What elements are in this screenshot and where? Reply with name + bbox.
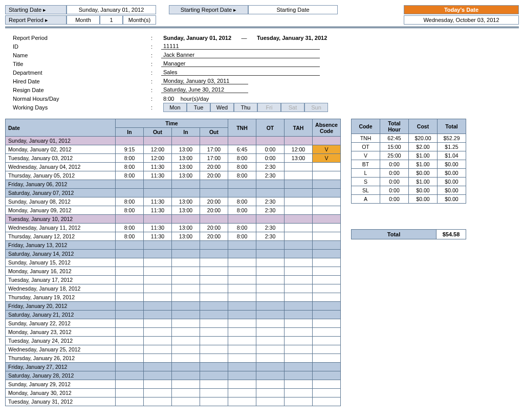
table-row[interactable]: Thursday, January 12, 20128:0011:3013:00…: [6, 232, 341, 241]
date-cell[interactable]: Friday, January 20, 2012: [6, 302, 116, 311]
ot-cell[interactable]: 2:30: [256, 197, 285, 206]
tnh-cell[interactable]: [228, 389, 256, 397]
ot-cell[interactable]: [256, 311, 285, 319]
info-title-value[interactable]: Manager: [161, 60, 320, 67]
date-cell[interactable]: Monday, January 02, 2012: [6, 145, 116, 154]
in2-cell[interactable]: 13:00: [172, 197, 200, 206]
tah-cell[interactable]: 12:00: [285, 145, 313, 154]
table-row[interactable]: Friday, January 27, 2012: [6, 363, 341, 371]
out2-cell[interactable]: [200, 284, 228, 293]
tah-cell[interactable]: [285, 311, 313, 319]
in1-cell[interactable]: 8:00: [116, 232, 144, 241]
out2-cell[interactable]: [200, 363, 228, 371]
in2-cell[interactable]: [172, 354, 200, 363]
in2-cell[interactable]: [172, 284, 200, 293]
out2-cell[interactable]: [200, 250, 228, 258]
abs-cell[interactable]: [313, 354, 341, 363]
tnh-cell[interactable]: [228, 215, 256, 224]
in1-cell[interactable]: [116, 267, 144, 276]
tah-cell[interactable]: [285, 319, 313, 328]
out1-cell[interactable]: [144, 250, 172, 258]
out2-cell[interactable]: [200, 328, 228, 337]
tnh-cell[interactable]: 8:00: [228, 197, 256, 206]
in1-cell[interactable]: [116, 328, 144, 337]
out1-cell[interactable]: [144, 380, 172, 389]
in2-cell[interactable]: [172, 311, 200, 319]
in2-cell[interactable]: [172, 250, 200, 258]
tnh-cell[interactable]: [228, 180, 256, 189]
tnh-cell[interactable]: [228, 371, 256, 380]
abs-cell[interactable]: [313, 345, 341, 354]
table-row[interactable]: Wednesday, January 25, 2012: [6, 345, 341, 354]
ot-cell[interactable]: [256, 337, 285, 345]
tah-cell[interactable]: [285, 354, 313, 363]
out2-cell[interactable]: [200, 319, 228, 328]
ot-cell[interactable]: [256, 363, 285, 371]
in2-cell[interactable]: [172, 345, 200, 354]
out1-cell[interactable]: 11:30: [144, 197, 172, 206]
table-row[interactable]: Sunday, January 01, 2012: [6, 137, 341, 145]
out2-cell[interactable]: [200, 241, 228, 250]
tah-cell[interactable]: [285, 163, 313, 171]
table-row[interactable]: Saturday, January 28, 2012: [6, 371, 341, 380]
in1-cell[interactable]: [116, 215, 144, 224]
table-row[interactable]: Sunday, January 29, 2012: [6, 380, 341, 389]
out2-cell[interactable]: 17:00: [200, 154, 228, 163]
out1-cell[interactable]: [144, 311, 172, 319]
table-row[interactable]: Monday, January 16, 2012: [6, 267, 341, 276]
info-resign-value[interactable]: Saturday, June 30, 2012: [161, 86, 248, 93]
out2-cell[interactable]: 20:00: [200, 163, 228, 171]
table-row[interactable]: Sunday, January 15, 2012: [6, 258, 341, 267]
ot-cell[interactable]: [256, 328, 285, 337]
in2-cell[interactable]: 13:00: [172, 145, 200, 154]
ot-cell[interactable]: [256, 380, 285, 389]
in1-cell[interactable]: 9:15: [116, 145, 144, 154]
date-cell[interactable]: Monday, January 16, 2012: [6, 267, 116, 276]
abs-cell[interactable]: [313, 206, 341, 215]
tnh-cell[interactable]: [228, 250, 256, 258]
abs-cell[interactable]: [313, 137, 341, 145]
tah-cell[interactable]: [285, 206, 313, 215]
table-row[interactable]: Tuesday, January 17, 2012: [6, 276, 341, 284]
in1-cell[interactable]: [116, 337, 144, 345]
date-cell[interactable]: Monday, January 09, 2012: [6, 206, 116, 215]
abs-cell[interactable]: [313, 363, 341, 371]
tnh-cell[interactable]: [228, 267, 256, 276]
ot-cell[interactable]: [256, 371, 285, 380]
tnh-cell[interactable]: [228, 284, 256, 293]
out1-cell[interactable]: 11:30: [144, 232, 172, 241]
table-row[interactable]: Saturday, January 21, 2012: [6, 311, 341, 319]
starting-date-value[interactable]: Sunday, January 01, 2012: [67, 5, 156, 14]
in2-cell[interactable]: 13:00: [172, 232, 200, 241]
date-cell[interactable]: Monday, January 30, 2012: [6, 389, 116, 397]
tnh-cell[interactable]: [228, 354, 256, 363]
in1-cell[interactable]: [116, 137, 144, 145]
in1-cell[interactable]: [116, 311, 144, 319]
table-row[interactable]: Thursday, January 05, 20128:0011:3013:00…: [6, 171, 341, 180]
date-cell[interactable]: Thursday, January 12, 2012: [6, 232, 116, 241]
out1-cell[interactable]: [144, 345, 172, 354]
out2-cell[interactable]: [200, 354, 228, 363]
tnh-cell[interactable]: 8:00: [228, 154, 256, 163]
in1-cell[interactable]: 8:00: [116, 163, 144, 171]
in2-cell[interactable]: [172, 189, 200, 197]
tah-cell[interactable]: [285, 189, 313, 197]
tah-cell[interactable]: [285, 241, 313, 250]
in2-cell[interactable]: 13:00: [172, 163, 200, 171]
tnh-cell[interactable]: [228, 293, 256, 302]
ot-cell[interactable]: [256, 180, 285, 189]
in2-cell[interactable]: [172, 215, 200, 224]
date-cell[interactable]: Saturday, January 14, 2012: [6, 250, 116, 258]
date-cell[interactable]: Thursday, January 05, 2012: [6, 171, 116, 180]
out2-cell[interactable]: [200, 311, 228, 319]
date-cell[interactable]: Thursday, January 26, 2012: [6, 354, 116, 363]
ot-cell[interactable]: [256, 267, 285, 276]
table-row[interactable]: Tuesday, January 31, 2012: [6, 397, 341, 406]
tnh-cell[interactable]: [228, 276, 256, 284]
tnh-cell[interactable]: 6:45: [228, 145, 256, 154]
out1-cell[interactable]: [144, 302, 172, 311]
table-row[interactable]: Saturday, January 07, 2012: [6, 189, 341, 197]
table-row[interactable]: Friday, January 13, 2012: [6, 241, 341, 250]
tnh-cell[interactable]: [228, 241, 256, 250]
date-cell[interactable]: Friday, January 27, 2012: [6, 363, 116, 371]
